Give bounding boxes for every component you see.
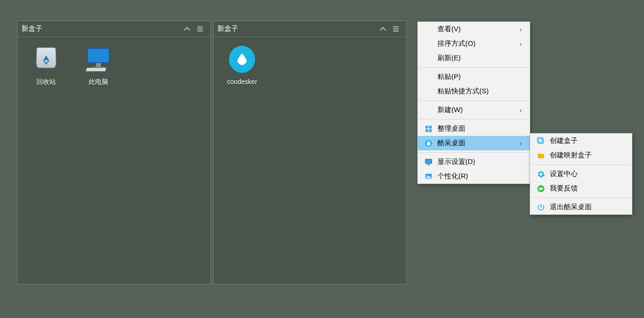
collapse-icon[interactable] [180, 22, 194, 35]
svg-rect-6 [425, 126, 428, 128]
menu-item-label: 整理桌面 [434, 124, 519, 133]
collapse-icon[interactable] [376, 22, 389, 35]
box-body: coodesker [214, 37, 406, 85]
menu-item-label: 查看(V) [434, 25, 519, 34]
svg-rect-11 [425, 159, 432, 163]
desktop-item-label: coodesker [227, 78, 257, 85]
desktop-item-label: 此电脑 [89, 78, 108, 86]
submenu-arrow-icon: › [519, 25, 525, 33]
desktop-item-coodesker[interactable]: coodesker [216, 42, 268, 85]
menu-item-label: 退出酷呆桌面 [546, 203, 622, 212]
menu-item-coodesker[interactable]: 酷呆桌面› [418, 136, 530, 150]
cood-icon [423, 139, 434, 148]
menu-item-label: 个性化(R) [434, 172, 519, 181]
feedback-icon [536, 184, 546, 193]
menu-item-label: 酷呆桌面 [434, 139, 519, 148]
desktop-box-2[interactable]: 新盒子 coodesker [213, 21, 407, 284]
submenu-item-create-box[interactable]: 创建盒子 [530, 134, 632, 148]
menu-item-label: 创建映射盒子 [546, 151, 622, 160]
desktop-item-recycle-bin[interactable]: 回收站 [21, 42, 72, 86]
svg-point-16 [427, 174, 428, 175]
menu-item-personalize[interactable]: 个性化(R) [418, 169, 530, 184]
newbox-icon [536, 137, 546, 145]
desktop-item-this-pc[interactable]: 此电脑 [73, 42, 124, 86]
box-body: 回收站 此电脑 [18, 37, 210, 86]
desktop-box-1[interactable]: 新盒子 回收站 [17, 21, 211, 284]
box-title: 新盒子 [217, 24, 376, 33]
submenu-item-create-mapped-box[interactable]: 创建映射盒子 [530, 148, 632, 163]
submenu-arrow-icon: › [519, 106, 525, 114]
desktop-item-label: 回收站 [36, 78, 56, 86]
svg-rect-7 [429, 126, 432, 128]
power-icon [536, 203, 546, 212]
menu-separator [419, 152, 529, 153]
coodesker-icon [229, 46, 255, 72]
menu-icon[interactable] [389, 22, 402, 35]
menu-separator [419, 67, 529, 68]
menu-item-label: 创建盒子 [546, 136, 622, 145]
menu-separator [531, 198, 631, 198]
menu-separator [419, 100, 529, 101]
submenu-item-settings[interactable]: 设置中心 [530, 167, 632, 181]
menu-separator [419, 119, 529, 120]
folder-icon [536, 151, 546, 160]
box-header: 新盒子 [18, 21, 210, 37]
recycle-bin-icon [33, 46, 59, 72]
tiles-icon [423, 125, 434, 133]
picture-icon [423, 172, 434, 181]
menu-item-label: 设置中心 [546, 170, 622, 178]
submenu-item-exit[interactable]: 退出酷呆桌面 [530, 200, 632, 214]
menu-item-label: 我要反馈 [546, 184, 622, 193]
box-title: 新盒子 [21, 24, 180, 33]
submenu-arrow-icon: › [519, 139, 525, 147]
menu-item-paste-shortcut[interactable]: 粘贴快捷方式(S) [418, 84, 530, 99]
menu-icon[interactable] [194, 22, 207, 35]
menu-separator [531, 164, 631, 165]
menu-item-paste[interactable]: 粘贴(P) [418, 70, 530, 84]
menu-item-new[interactable]: 新建(W)› [418, 103, 530, 117]
menu-item-refresh[interactable]: 刷新(E) [418, 51, 530, 65]
menu-item-organize-desktop[interactable]: 整理桌面 [418, 121, 530, 136]
menu-item-label: 粘贴快捷方式(S) [434, 87, 519, 96]
svg-rect-9 [429, 129, 432, 132]
gear-icon [536, 170, 546, 178]
menu-item-label: 显示设置(D) [434, 157, 519, 166]
this-pc-icon [85, 46, 111, 72]
menu-item-label: 新建(W) [434, 106, 519, 114]
desktop-context-menu: 查看(V)›排序方式(O)›刷新(E)粘贴(P)粘贴快捷方式(S)新建(W)›整… [417, 21, 530, 184]
monitor-icon [423, 158, 434, 166]
coodesker-submenu: 创建盒子创建映射盒子设置中心我要反馈退出酷呆桌面 [530, 133, 632, 215]
menu-item-label: 粘贴(P) [434, 72, 519, 81]
menu-item-display-settings[interactable]: 显示设置(D) [418, 155, 530, 169]
menu-item-label: 排序方式(O) [434, 39, 519, 48]
submenu-item-feedback[interactable]: 我要反馈 [530, 181, 632, 196]
submenu-arrow-icon: › [519, 40, 525, 48]
box-header: 新盒子 [214, 21, 406, 37]
menu-item-view[interactable]: 查看(V)› [418, 22, 530, 36]
svg-rect-8 [425, 129, 428, 132]
menu-item-label: 刷新(E) [434, 54, 519, 63]
menu-item-sort[interactable]: 排序方式(O)› [418, 36, 530, 51]
